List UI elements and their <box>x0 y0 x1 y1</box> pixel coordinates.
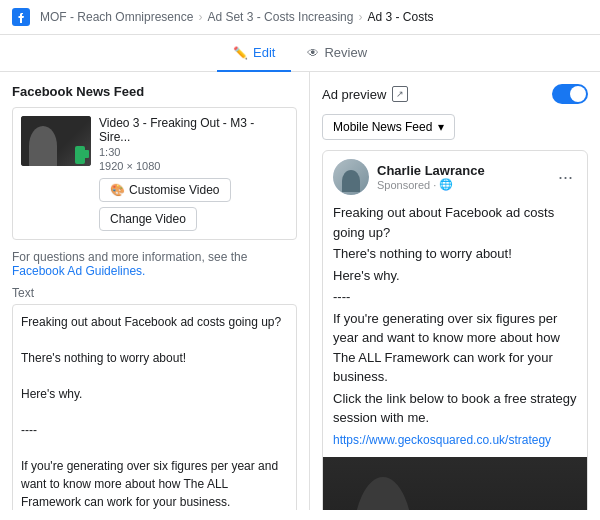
video-info: Video 3 - Freaking Out - M3 - Sire... 1:… <box>99 116 288 231</box>
ad-sponsored: Sponsored · 🌐 <box>377 178 546 191</box>
left-panel: Facebook News Feed Video 3 - Freaking Ou… <box>0 72 310 510</box>
ad-advertiser-name: Charlie Lawrance <box>377 163 546 178</box>
breadcrumb-adset[interactable]: Ad Set 3 - Costs Increasing <box>207 10 353 24</box>
external-link-icon[interactable]: ↗ <box>392 86 408 102</box>
tabs-container: ✏️ Edit 👁 Review <box>0 35 600 72</box>
video-dimensions: 1920 × 1080 <box>99 160 288 172</box>
ad-text-line-3: Here's why. <box>21 385 288 403</box>
video-thumbnail <box>21 116 91 166</box>
ad-text-line-2: There's nothing to worry about! <box>21 349 288 367</box>
placement-label: Mobile News Feed <box>333 120 432 134</box>
tab-review-label: Review <box>324 45 367 60</box>
review-icon: 👁 <box>307 46 319 60</box>
ad-body-line-3: Here's why. <box>333 266 577 286</box>
ad-video <box>323 457 587 510</box>
video-section: Video 3 - Freaking Out - M3 - Sire... 1:… <box>12 107 297 240</box>
ad-text-line-1: Freaking out about Facebook ad costs goi… <box>21 313 288 331</box>
chevron-down-icon: ▾ <box>438 120 444 134</box>
video-duration: 1:30 <box>99 146 288 158</box>
ad-body-line-5: Click the link below to book a free stra… <box>333 389 577 428</box>
ad-body-line-2: There's nothing to worry about! <box>333 244 577 264</box>
tab-review[interactable]: 👁 Review <box>291 35 383 72</box>
sponsored-dot: · <box>433 179 436 191</box>
customise-video-button[interactable]: 🎨 Customise Video <box>99 178 231 202</box>
video-buttons: 🎨 Customise Video Change Video <box>99 178 288 231</box>
ad-card-header: Charlie Lawrance Sponsored · 🌐 ··· <box>323 151 587 203</box>
app-logo <box>12 8 30 26</box>
breadcrumb-sep-2: › <box>358 10 362 24</box>
ad-body: Freaking out about Facebook ad costs goi… <box>323 203 587 457</box>
ad-text-box[interactable]: Freaking out about Facebook ad costs goi… <box>12 304 297 510</box>
preview-toggle[interactable] <box>552 84 588 104</box>
ad-name-row: Charlie Lawrance Sponsored · 🌐 <box>377 163 546 191</box>
edit-icon: ✏️ <box>233 46 248 60</box>
breadcrumb-mof[interactable]: MOF - Reach Omnipresence <box>40 10 193 24</box>
preview-header: Ad preview ↗ <box>322 84 588 104</box>
preview-label: Ad preview ↗ <box>322 86 408 102</box>
more-options-button[interactable]: ··· <box>554 167 577 188</box>
ad-body-divider: ---- <box>333 287 577 307</box>
ad-cta-link[interactable]: https://www.geckosquared.co.uk/strategy <box>333 433 551 447</box>
right-panel: Ad preview ↗ Mobile News Feed ▾ Charlie … <box>310 72 600 510</box>
ad-preview-card: Charlie Lawrance Sponsored · 🌐 ··· Freak… <box>322 150 588 510</box>
ad-body-line-4: If you're generating over six figures pe… <box>333 309 577 387</box>
guidelines-text: For questions and more information, see … <box>12 250 297 278</box>
breadcrumb-sep-1: › <box>198 10 202 24</box>
breadcrumb: MOF - Reach Omnipresence › Ad Set 3 - Co… <box>40 10 434 24</box>
breadcrumb-ad3: Ad 3 - Costs <box>367 10 433 24</box>
tab-edit-label: Edit <box>253 45 275 60</box>
video-row: Video 3 - Freaking Out - M3 - Sire... 1:… <box>21 116 288 231</box>
globe-icon: 🌐 <box>439 178 453 191</box>
placement-select[interactable]: Mobile News Feed ▾ <box>322 114 455 140</box>
video-section-title: Facebook News Feed <box>12 84 297 99</box>
text-field-label: Text <box>12 286 297 300</box>
tab-edit[interactable]: ✏️ Edit <box>217 35 291 72</box>
ad-text-divider: ---- <box>21 421 288 439</box>
ad-body-line-1: Freaking out about Facebook ad costs goi… <box>333 203 577 242</box>
change-video-button[interactable]: Change Video <box>99 207 197 231</box>
video-title: Video 3 - Freaking Out - M3 - Sire... <box>99 116 288 144</box>
customise-icon: 🎨 <box>110 183 125 197</box>
top-bar: MOF - Reach Omnipresence › Ad Set 3 - Co… <box>0 0 600 35</box>
avatar <box>333 159 369 195</box>
main-content: Facebook News Feed Video 3 - Freaking Ou… <box>0 72 600 510</box>
ad-text-line-4: If you're generating over six figures pe… <box>21 457 288 510</box>
guidelines-link[interactable]: Facebook Ad Guidelines. <box>12 264 145 278</box>
toggle-knob <box>570 86 586 102</box>
